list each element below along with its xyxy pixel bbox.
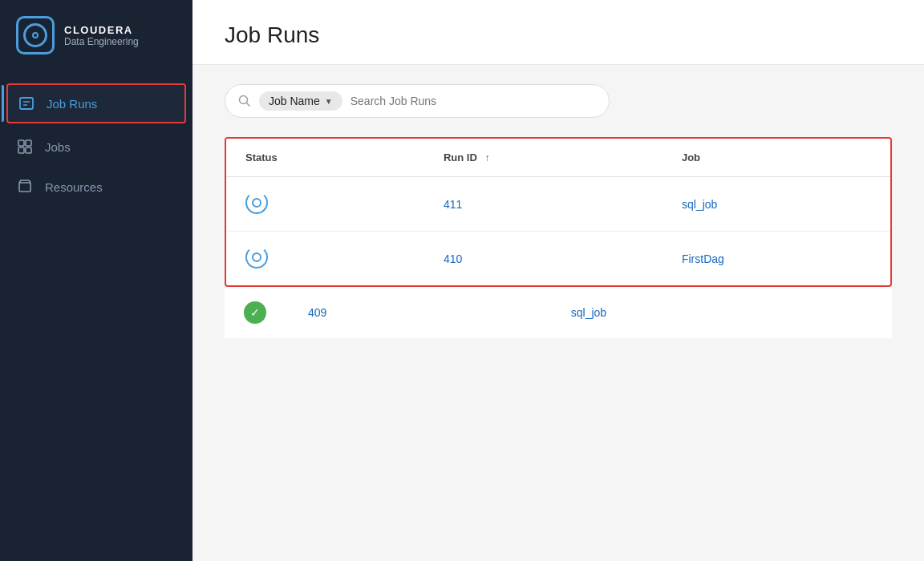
resources-icon bbox=[16, 178, 34, 196]
logo-icon-dot bbox=[32, 32, 38, 38]
job-cell: sql_job bbox=[552, 287, 892, 338]
job-runs-table: Status Run ID ↑ Job bbox=[226, 139, 890, 285]
logo-subtitle: Data Engineering bbox=[64, 36, 139, 47]
status-cell bbox=[226, 232, 424, 286]
job-runs-icon bbox=[18, 95, 35, 112]
search-icon bbox=[238, 95, 251, 107]
run-id-link[interactable]: 411 bbox=[444, 198, 462, 211]
chevron-down-icon: ▼ bbox=[325, 97, 333, 106]
run-id-link[interactable]: 410 bbox=[444, 252, 462, 265]
page-title: Job Runs bbox=[225, 22, 892, 48]
job-runs-table-container: Status Run ID ↑ Job bbox=[225, 137, 892, 287]
jobs-icon bbox=[16, 138, 34, 155]
job-cell: sql_job bbox=[663, 177, 890, 232]
logo: CLOUDERA Data Engineering bbox=[0, 0, 192, 74]
status-cell bbox=[226, 177, 424, 232]
run-id-cell: 409 bbox=[289, 287, 552, 338]
logo-icon bbox=[16, 16, 55, 54]
svg-rect-3 bbox=[18, 140, 24, 146]
sidebar-item-jobs[interactable]: Jobs bbox=[0, 127, 192, 167]
svg-line-8 bbox=[247, 103, 250, 107]
sidebar-item-job-runs[interactable]: Job Runs bbox=[6, 83, 186, 123]
main-body: Job Name ▼ Status Run ID ↑ bbox=[192, 65, 924, 561]
main-content: Job Runs Job Name ▼ St bbox=[192, 0, 924, 561]
status-cell: ✓ bbox=[225, 287, 289, 338]
job-link[interactable]: sql_job bbox=[571, 306, 606, 319]
table-row: 411 sql_job bbox=[226, 177, 890, 232]
table-body-extra: ✓ 409 sql_job bbox=[225, 287, 892, 338]
sort-asc-icon: ↑ bbox=[484, 152, 489, 163]
col-header-status: Status bbox=[226, 139, 424, 177]
search-input[interactable] bbox=[351, 95, 596, 107]
search-filter-dropdown[interactable]: Job Name ▼ bbox=[259, 91, 342, 111]
col-header-job: Job bbox=[663, 139, 890, 177]
sidebar: CLOUDERA Data Engineering Job Runs bbox=[0, 0, 192, 561]
sidebar-item-resources[interactable]: Resources bbox=[0, 167, 192, 207]
col-header-run-id[interactable]: Run ID ↑ bbox=[424, 139, 663, 177]
logo-brand: CLOUDERA bbox=[64, 24, 139, 36]
sidebar-item-jobs-label: Jobs bbox=[45, 140, 71, 154]
svg-rect-0 bbox=[20, 98, 33, 109]
logo-icon-ring bbox=[23, 23, 47, 47]
job-cell: FirstDag bbox=[663, 232, 890, 286]
run-id-cell: 410 bbox=[424, 232, 663, 286]
status-running-icon bbox=[245, 246, 268, 268]
sidebar-nav: Job Runs Jobs Resources bbox=[0, 74, 192, 213]
job-runs-table-extra: ✓ 409 sql_job bbox=[225, 287, 892, 338]
search-bar[interactable]: Job Name ▼ bbox=[225, 84, 610, 118]
job-link[interactable]: sql_job bbox=[682, 198, 717, 211]
table-header: Status Run ID ↑ Job bbox=[226, 139, 890, 177]
job-link[interactable]: FirstDag bbox=[682, 252, 724, 265]
svg-rect-5 bbox=[18, 147, 24, 153]
search-filter-label: Job Name bbox=[269, 95, 320, 107]
sidebar-item-resources-label: Resources bbox=[45, 180, 103, 194]
status-running-icon bbox=[245, 192, 268, 214]
status-success-icon: ✓ bbox=[244, 301, 266, 324]
table-row: ✓ 409 sql_job bbox=[225, 287, 892, 338]
main-header: Job Runs bbox=[192, 0, 924, 65]
svg-rect-6 bbox=[26, 147, 31, 153]
table-row: 410 FirstDag bbox=[226, 232, 890, 286]
table-body: 411 sql_job 410 bbox=[226, 177, 890, 286]
run-id-link[interactable]: 409 bbox=[308, 306, 326, 319]
svg-rect-4 bbox=[26, 140, 31, 146]
logo-text: CLOUDERA Data Engineering bbox=[64, 24, 139, 47]
run-id-cell: 411 bbox=[424, 177, 663, 232]
sidebar-item-job-runs-label: Job Runs bbox=[47, 97, 97, 111]
